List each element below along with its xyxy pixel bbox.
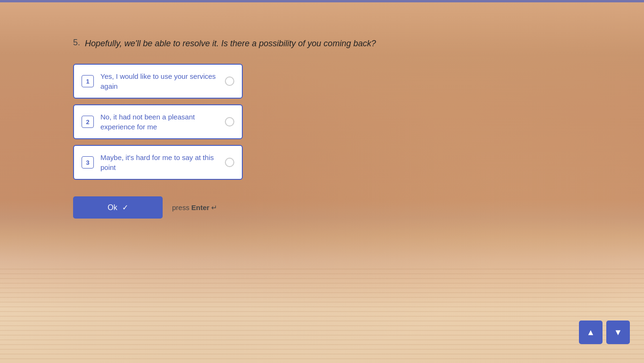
- question-text: Hopefully, we'll be able to resolve it. …: [85, 38, 376, 50]
- enter-label: Enter: [191, 203, 209, 211]
- ok-label: Ok: [107, 203, 117, 212]
- option-1[interactable]: 1 Yes, I would like to use your services…: [73, 64, 243, 99]
- down-arrow-icon: ▼: [614, 328, 622, 338]
- question-row: 5. Hopefully, we'll be able to resolve i…: [73, 38, 644, 50]
- ok-button[interactable]: Ok ✓: [73, 196, 163, 219]
- navigation-buttons: ▲ ▼: [579, 321, 630, 344]
- nav-up-button[interactable]: ▲: [579, 321, 603, 344]
- option-2[interactable]: 2 No, it had not been a pleasant experie…: [73, 104, 243, 139]
- option-2-badge: 2: [82, 116, 94, 128]
- press-enter-hint: press Enter ↵: [172, 203, 217, 212]
- option-2-label: No, it had not been a pleasant experienc…: [100, 112, 220, 132]
- option-3[interactable]: 3 Maybe, it's hard for me to say at this…: [73, 145, 243, 180]
- option-3-label: Maybe, it's hard for me to say at this p…: [100, 152, 220, 172]
- actions-row: Ok ✓ press Enter ↵: [73, 196, 644, 219]
- press-text: press: [172, 203, 191, 211]
- main-content: 5. Hopefully, we'll be able to resolve i…: [0, 0, 644, 363]
- options-container: 1 Yes, I would like to use your services…: [73, 64, 644, 180]
- option-1-badge: 1: [82, 75, 94, 87]
- check-icon: ✓: [122, 203, 128, 212]
- option-3-badge: 3: [82, 156, 94, 169]
- nav-down-button[interactable]: ▼: [606, 321, 630, 344]
- option-2-radio[interactable]: [225, 117, 234, 127]
- option-3-radio[interactable]: [225, 158, 234, 167]
- question-number: 5.: [73, 38, 80, 48]
- option-1-label: Yes, I would like to use your services a…: [100, 71, 220, 91]
- up-arrow-icon: ▲: [586, 328, 595, 338]
- option-1-radio[interactable]: [225, 76, 234, 86]
- enter-symbol: ↵: [211, 203, 217, 211]
